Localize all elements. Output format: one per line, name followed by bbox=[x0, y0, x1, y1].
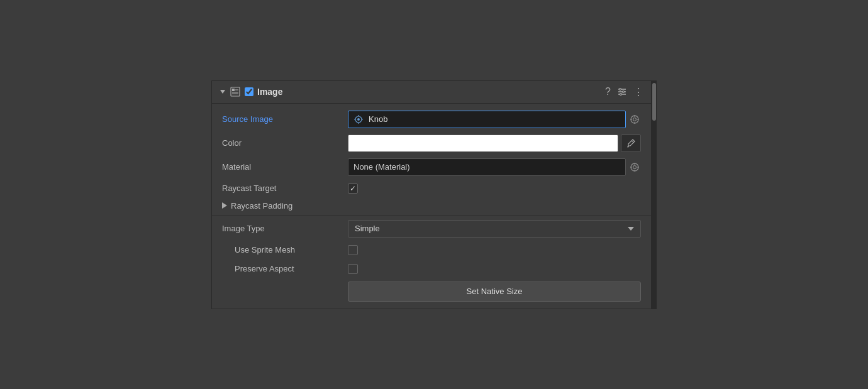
use-sprite-mesh-checkbox[interactable] bbox=[348, 245, 358, 255]
material-field[interactable]: None (Material) bbox=[348, 158, 626, 176]
source-image-picker-button[interactable] bbox=[628, 113, 641, 126]
material-label: Material bbox=[222, 162, 348, 172]
source-image-text: Knob bbox=[369, 114, 620, 124]
raycast-target-value bbox=[348, 184, 641, 194]
collapse-icon[interactable] bbox=[220, 89, 226, 95]
help-button[interactable]: ? bbox=[605, 86, 611, 97]
set-native-size-value: Set Native Size bbox=[348, 282, 641, 302]
material-value: None (Material) bbox=[348, 158, 641, 176]
set-native-size-row: Set Native Size bbox=[212, 278, 651, 305]
scrollbar-thumb[interactable] bbox=[652, 83, 656, 121]
svg-point-10 bbox=[623, 91, 625, 93]
preserve-aspect-label: Preserve Aspect bbox=[222, 264, 348, 273]
raycast-target-checkbox[interactable] bbox=[348, 184, 358, 194]
preserve-aspect-checkbox[interactable] bbox=[348, 264, 358, 274]
color-value bbox=[348, 134, 641, 152]
svg-marker-0 bbox=[220, 90, 225, 94]
divider bbox=[212, 215, 651, 216]
svg-point-13 bbox=[357, 118, 360, 121]
use-sprite-mesh-row: Use Sprite Mesh bbox=[212, 241, 651, 260]
image-type-label: Image Type bbox=[222, 224, 348, 233]
component-properties: Source Image bbox=[212, 104, 651, 309]
material-picker-button[interactable] bbox=[628, 161, 641, 173]
scrollbar[interactable] bbox=[652, 80, 657, 309]
color-swatch bbox=[348, 135, 618, 151]
component-enabled-checkbox[interactable] bbox=[245, 87, 253, 96]
image-type-value: Simple bbox=[348, 220, 641, 238]
svg-point-11 bbox=[620, 94, 622, 96]
image-type-row: Image Type Simple bbox=[212, 217, 651, 241]
raycast-padding-label: Raycast Padding bbox=[231, 201, 357, 211]
source-image-row: Source Image bbox=[212, 107, 651, 131]
raycast-padding-expand-icon[interactable] bbox=[222, 202, 227, 209]
more-options-button[interactable]: ⋮ bbox=[633, 86, 643, 98]
component-title: Image bbox=[257, 87, 601, 97]
eyedropper-icon bbox=[626, 139, 635, 148]
svg-point-19 bbox=[633, 118, 637, 121]
image-type-selected: Simple bbox=[355, 224, 628, 233]
image-component-icon bbox=[230, 86, 241, 97]
material-row: Material None (Material) bbox=[212, 155, 651, 179]
svg-point-9 bbox=[620, 89, 621, 90]
svg-rect-2 bbox=[232, 89, 235, 91]
source-image-field[interactable]: Knob bbox=[348, 111, 626, 128]
dropdown-arrow-icon bbox=[628, 227, 634, 231]
source-image-value: Knob bbox=[348, 111, 641, 128]
color-swatch-container[interactable] bbox=[348, 134, 618, 152]
color-row: Color bbox=[212, 131, 651, 155]
set-native-size-button[interactable]: Set Native Size bbox=[348, 282, 641, 302]
preserve-aspect-row: Preserve Aspect bbox=[212, 260, 651, 278]
sprite-icon bbox=[353, 114, 364, 124]
color-label: Color bbox=[222, 138, 348, 148]
source-image-label: Source Image bbox=[222, 114, 348, 124]
component-header: Image ? ⋮ bbox=[212, 81, 651, 104]
eyedropper-button[interactable] bbox=[621, 134, 641, 152]
image-type-dropdown[interactable]: Simple bbox=[348, 220, 641, 238]
preserve-aspect-value bbox=[348, 264, 641, 274]
use-sprite-mesh-label: Use Sprite Mesh bbox=[222, 245, 348, 255]
raycast-padding-row: Raycast Padding bbox=[212, 198, 651, 214]
use-sprite-mesh-value bbox=[348, 245, 641, 255]
svg-line-24 bbox=[632, 141, 633, 143]
header-actions: ? ⋮ bbox=[605, 86, 643, 98]
material-text: None (Material) bbox=[353, 162, 410, 172]
raycast-target-label: Raycast Target bbox=[222, 184, 348, 193]
settings-button[interactable] bbox=[617, 87, 627, 97]
raycast-target-row: Raycast Target bbox=[212, 179, 651, 198]
svg-point-26 bbox=[633, 165, 637, 168]
